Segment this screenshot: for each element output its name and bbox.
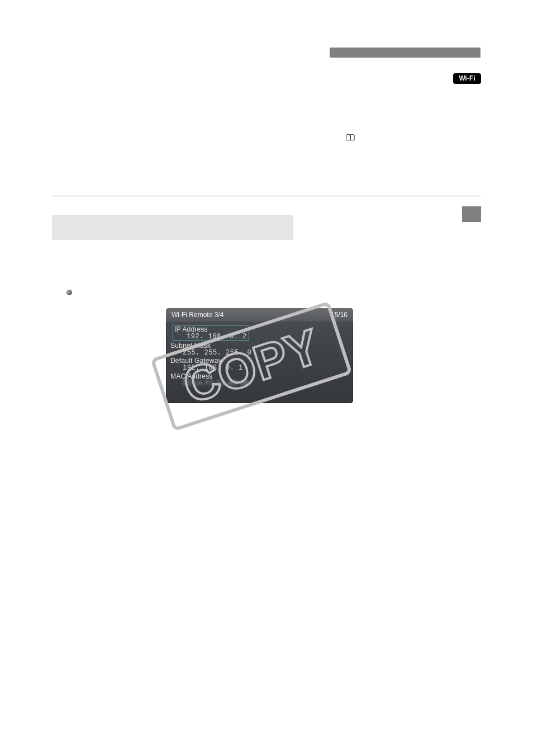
menu-row-subnet-mask[interactable]: Subnet Mask 255. 255. 255. 0 bbox=[166, 342, 353, 357]
section-heading-box bbox=[52, 215, 293, 240]
camera-settings-title: Wi-Fi Remote 3/4 bbox=[172, 311, 223, 319]
camera-settings-panel: Wi-Fi Remote 3/4 15/16 IP Address 192. 1… bbox=[166, 308, 353, 403]
menu-label: IP Address bbox=[174, 326, 247, 333]
header-grey-bar bbox=[330, 48, 480, 58]
camera-settings-header: Wi-Fi Remote 3/4 15/16 bbox=[166, 308, 353, 322]
page-edge-tab bbox=[462, 206, 481, 222]
menu-row-ip-address[interactable]: IP Address 192. 168. 0. 2 bbox=[166, 324, 353, 342]
menu-value-blurred: 00 1A F2 A3 4D 9B bbox=[170, 380, 346, 387]
wifi-badge: Wi-Fi bbox=[453, 73, 481, 84]
section-divider bbox=[52, 196, 481, 196]
book-icon bbox=[346, 134, 355, 141]
menu-value: 255. 255. 255. 0 bbox=[170, 349, 346, 357]
menu-row-default-gateway[interactable]: Default Gateway 192. 168. 0. 1 bbox=[166, 357, 353, 372]
list-bullet-icon bbox=[66, 290, 72, 295]
selected-item-highlight: IP Address 192. 168. 0. 2 bbox=[173, 325, 249, 341]
menu-row-mac-address[interactable]: MAC Address 00 1A F2 A3 4D 9B bbox=[166, 372, 353, 388]
menu-label: Subnet Mask bbox=[170, 342, 346, 349]
menu-value: 192. 168. 0. 2 bbox=[174, 333, 247, 341]
menu-value: 192. 168. 0. 1 bbox=[170, 365, 346, 372]
camera-settings-body: IP Address 192. 168. 0. 2 Subnet Mask 25… bbox=[166, 322, 353, 388]
camera-settings-page-indicator: 15/16 bbox=[331, 311, 348, 319]
